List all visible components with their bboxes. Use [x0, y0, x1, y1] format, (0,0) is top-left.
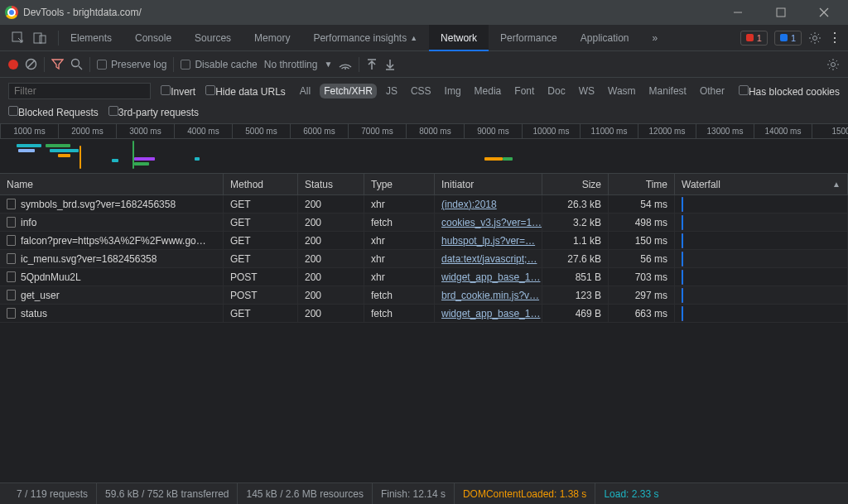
filter-type-js[interactable]: JS	[382, 84, 402, 98]
filter-toggle-icon[interactable]	[51, 58, 64, 70]
filter-type-doc[interactable]: Doc	[543, 84, 569, 98]
issue-count-badge[interactable]: 1	[774, 31, 802, 46]
panel-tabs: ElementsConsoleSourcesMemoryPerformance …	[0, 25, 848, 51]
error-count-badge[interactable]: 1	[740, 31, 768, 46]
col-time[interactable]: Time	[609, 174, 675, 194]
file-icon	[7, 235, 16, 246]
preserve-log-checkbox[interactable]: Preserve log	[97, 59, 166, 70]
inspect-icon[interactable]	[12, 31, 25, 45]
col-status[interactable]: Status	[298, 174, 364, 194]
initiator-link[interactable]: (index):2018	[441, 199, 497, 210]
request-row[interactable]: ic_menu.svg?ver=1682456358GET200xhrdata:…	[0, 250, 848, 268]
col-name[interactable]: Name	[0, 174, 224, 194]
initiator-link[interactable]: brd_cookie.min.js?v…	[441, 290, 539, 301]
timeline-tick: 8000 ms	[406, 124, 464, 138]
file-icon	[7, 217, 16, 228]
request-row[interactable]: falcon?prev=https%3A%2F%2Fwww.go…GET200x…	[0, 232, 848, 250]
tab-network[interactable]: Network	[429, 25, 489, 51]
invert-checkbox[interactable]: Invert	[161, 85, 195, 98]
status-resources: 145 kB / 2.6 MB resources	[238, 483, 372, 504]
request-row[interactable]: get_userPOST200fetchbrd_cookie.min.js?v……	[0, 286, 848, 305]
minimize-button[interactable]	[719, 0, 757, 25]
timeline-tick: 1500	[812, 124, 848, 138]
svg-rect-1	[777, 8, 785, 17]
filter-type-wasm[interactable]: Wasm	[604, 84, 640, 98]
initiator-link[interactable]: cookies_v3.js?ver=1…	[441, 217, 542, 228]
filter-type-fetchxhr[interactable]: Fetch/XHR	[320, 84, 377, 98]
svg-line-11	[79, 66, 82, 70]
timeline-tick: 4000 ms	[174, 124, 232, 138]
tab-performance-insights[interactable]: Performance insights▲	[301, 25, 429, 51]
tab-memory[interactable]: Memory	[243, 25, 301, 51]
filter-input[interactable]	[8, 83, 151, 99]
timeline-tick: 6000 ms	[290, 124, 348, 138]
svg-point-15	[831, 62, 836, 66]
chevron-down-icon[interactable]: ▼	[324, 60, 332, 69]
tab-application[interactable]: Application	[569, 25, 641, 51]
filter-type-css[interactable]: CSS	[407, 84, 436, 98]
import-har-icon[interactable]	[366, 59, 378, 70]
timeline-tick: 14000 ms	[754, 124, 812, 138]
overview-timeline[interactable]: 1000 ms2000 ms3000 ms4000 ms5000 ms6000 …	[0, 124, 848, 174]
hide-data-urls-checkbox[interactable]: Hide data URLs	[205, 85, 286, 98]
filter-type-media[interactable]: Media	[470, 84, 506, 98]
file-icon	[7, 253, 16, 264]
search-icon[interactable]	[70, 58, 83, 70]
filter-type-all[interactable]: All	[296, 84, 315, 98]
initiator-link[interactable]: data:text/javascript;…	[441, 253, 537, 265]
close-button[interactable]	[805, 0, 843, 25]
svg-point-10	[72, 60, 80, 67]
third-party-checkbox[interactable]: 3rd-party requests	[108, 106, 199, 118]
maximize-button[interactable]	[762, 0, 800, 25]
kebab-icon[interactable]: ⋮	[828, 31, 841, 45]
timeline-tick: 9000 ms	[464, 124, 522, 138]
tab-elements[interactable]: Elements	[59, 25, 123, 51]
tab-console[interactable]: Console	[123, 25, 183, 51]
export-har-icon[interactable]	[384, 59, 396, 70]
timeline-tick: 7000 ms	[348, 124, 406, 138]
filter-type-img[interactable]: Img	[441, 84, 465, 98]
device-icon[interactable]	[33, 31, 46, 45]
clear-button[interactable]	[25, 58, 37, 70]
tab-performance[interactable]: Performance	[489, 25, 569, 51]
filter-type-font[interactable]: Font	[510, 84, 538, 98]
request-row[interactable]: 5QpdnMuu2LPOST200xhrwidget_app_base_1…85…	[0, 268, 848, 286]
initiator-link[interactable]: hubspot_lp.js?ver=…	[441, 235, 535, 247]
request-row[interactable]: statusGET200fetchwidget_app_base_1…469 B…	[0, 305, 848, 323]
window-title: DevTools - brightdata.com/	[23, 7, 714, 18]
svg-line-9	[27, 60, 35, 68]
request-row[interactable]: infoGET200fetchcookies_v3.js?ver=1…3.2 k…	[0, 214, 848, 232]
initiator-link[interactable]: widget_app_base_1…	[441, 271, 540, 283]
disable-cache-checkbox[interactable]: Disable cache	[181, 59, 257, 70]
col-method[interactable]: Method	[224, 174, 298, 194]
table-header: Name Method Status Type Initiator Size T…	[0, 174, 848, 195]
network-settings-icon[interactable]	[826, 58, 840, 71]
status-load: Load: 2.33 s	[595, 483, 667, 504]
col-initiator[interactable]: Initiator	[435, 174, 542, 194]
file-icon	[7, 199, 16, 209]
request-row[interactable]: symbols_brd.svg?ver=1682456358GET200xhr(…	[0, 195, 848, 214]
throttling-select[interactable]: No throttling	[264, 59, 318, 70]
settings-icon[interactable]	[808, 31, 822, 45]
timeline-tick: 1000 ms	[0, 124, 58, 138]
initiator-link[interactable]: widget_app_base_1…	[441, 308, 540, 319]
svg-rect-6	[40, 36, 46, 43]
col-waterfall[interactable]: Waterfall▲	[675, 174, 848, 194]
network-conditions-icon[interactable]	[339, 60, 352, 70]
status-bar: 7 / 119 requests 59.6 kB / 752 kB transf…	[0, 482, 848, 504]
record-button[interactable]	[8, 60, 18, 70]
timeline-tick: 10000 ms	[522, 124, 580, 138]
timeline-tick: 2000 ms	[58, 124, 116, 138]
filter-type-other[interactable]: Other	[696, 84, 729, 98]
filter-type-ws[interactable]: WS	[575, 84, 599, 98]
chrome-icon	[5, 6, 18, 19]
blocked-requests-checkbox[interactable]: Blocked Requests	[8, 106, 99, 118]
filter-type-manifest[interactable]: Manifest	[645, 84, 691, 98]
file-icon	[7, 290, 16, 300]
col-size[interactable]: Size	[542, 174, 609, 194]
more-tabs-button[interactable]: »	[641, 25, 670, 51]
col-type[interactable]: Type	[364, 174, 435, 194]
timeline-tick: 3000 ms	[116, 124, 174, 138]
has-blocked-cookies-checkbox[interactable]: Has blocked cookies	[739, 85, 840, 98]
tab-sources[interactable]: Sources	[183, 25, 243, 51]
